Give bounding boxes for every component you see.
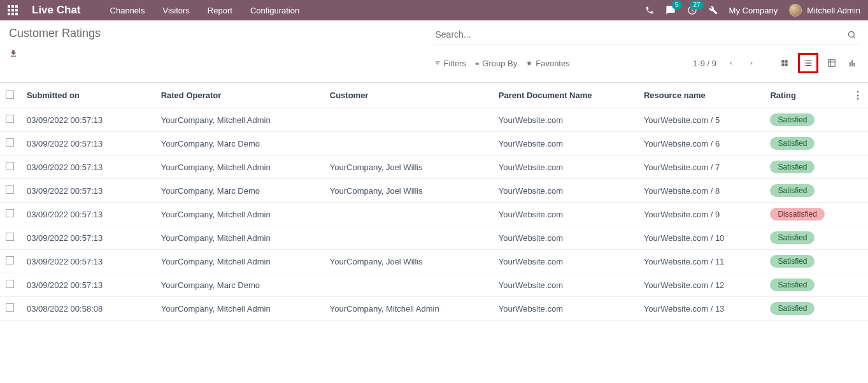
select-all-checkbox[interactable]	[6, 90, 14, 99]
cell-submitted: 03/09/2022 00:57:13	[20, 132, 156, 155]
cell-parent: YourWebsite.com	[494, 273, 639, 297]
col-resource[interactable]: Resource name	[639, 83, 765, 108]
cell-operator: YourCompany, Marc Demo	[156, 179, 325, 203]
kanban-view-icon[interactable]	[778, 56, 792, 70]
table-row[interactable]: 03/09/2022 00:57:13YourCompany, Mitchell…	[0, 203, 868, 226]
cell-resource: YourWebsite.com / 6	[639, 132, 765, 155]
row-checkbox[interactable]	[6, 256, 14, 264]
cell-submitted: 03/09/2022 00:57:13	[20, 179, 156, 203]
cell-resource: YourWebsite.com / 7	[639, 155, 765, 179]
rating-pill: Satisfied	[770, 161, 815, 173]
table-row[interactable]: 03/09/2022 00:57:13YourCompany, Marc Dem…	[0, 132, 868, 155]
user-menu[interactable]: Mitchell Admin	[789, 4, 860, 17]
row-checkbox[interactable]	[6, 115, 14, 123]
cell-customer: YourCompany, Joel Willis	[325, 155, 494, 179]
col-submitted[interactable]: Submitted on	[20, 83, 156, 108]
row-checkbox[interactable]	[6, 209, 14, 217]
cell-operator: YourCompany, Marc Demo	[156, 132, 325, 155]
phone-icon[interactable]	[645, 6, 654, 15]
rating-pill: Satisfied	[770, 231, 815, 244]
search-icon[interactable]	[844, 27, 859, 42]
rating-pill: Satisfied	[770, 255, 815, 268]
company-name[interactable]: My Company	[729, 6, 778, 15]
cell-operator: YourCompany, Mitchell Admin	[156, 108, 325, 132]
main-navbar: Live Chat Channels Visitors Report Confi…	[0, 0, 868, 20]
row-checkbox[interactable]	[6, 280, 14, 288]
cell-parent: YourWebsite.com	[494, 132, 639, 155]
table-row[interactable]: 03/09/2022 00:57:13YourCompany, Mitchell…	[0, 108, 868, 132]
app-brand[interactable]: Live Chat	[32, 4, 81, 17]
list-view-icon[interactable]	[801, 56, 815, 70]
cell-submitted: 03/09/2022 00:57:13	[20, 273, 156, 297]
cell-resource: YourWebsite.com / 10	[639, 226, 765, 250]
column-options-icon[interactable]: ⋮	[853, 90, 863, 101]
groupby-button[interactable]: ≡ Group By	[475, 59, 517, 68]
table-row[interactable]: 03/09/2022 00:57:13YourCompany, Mitchell…	[0, 226, 868, 250]
table-row[interactable]: 03/09/2022 00:57:13YourCompany, Mitchell…	[0, 155, 868, 179]
col-rating[interactable]: Rating	[765, 83, 848, 108]
filters-button[interactable]: Filters	[434, 59, 466, 68]
cell-submitted: 03/09/2022 00:57:13	[20, 155, 156, 179]
export-icon[interactable]	[9, 49, 18, 58]
cell-resource: YourWebsite.com / 5	[639, 108, 765, 132]
view-switcher	[778, 53, 859, 73]
table-row[interactable]: 03/08/2022 00:58:08YourCompany, Mitchell…	[0, 297, 868, 321]
page-title: Customer Ratings	[9, 27, 434, 40]
table-row[interactable]: 03/09/2022 00:57:13YourCompany, Marc Dem…	[0, 179, 868, 203]
svg-rect-2	[829, 60, 836, 67]
nav-channels[interactable]: Channels	[110, 6, 145, 15]
table-row[interactable]: 03/09/2022 00:57:13YourCompany, Marc Dem…	[0, 273, 868, 297]
cell-resource: YourWebsite.com / 11	[639, 250, 765, 273]
cell-customer	[325, 226, 494, 250]
user-name: Mitchell Admin	[807, 6, 860, 15]
row-checkbox[interactable]	[6, 162, 14, 170]
nav-configuration[interactable]: Configuration	[250, 6, 299, 15]
messages-icon[interactable]: 5	[665, 5, 676, 15]
pager-range[interactable]: 1-9 / 9	[693, 59, 716, 68]
cell-customer: YourCompany, Joel Willis	[325, 250, 494, 273]
rating-pill: Satisfied	[770, 137, 815, 150]
search-bar	[434, 27, 860, 45]
col-customer[interactable]: Customer	[325, 83, 494, 108]
cell-submitted: 03/08/2022 00:58:08	[20, 297, 156, 321]
cell-submitted: 03/09/2022 00:57:13	[20, 226, 156, 250]
cell-operator: YourCompany, Mitchell Admin	[156, 297, 325, 321]
cell-parent: YourWebsite.com	[494, 203, 639, 226]
rating-pill: Satisfied	[770, 302, 815, 315]
cell-operator: YourCompany, Mitchell Admin	[156, 155, 325, 179]
nav-report[interactable]: Report	[208, 6, 232, 15]
graph-view-icon[interactable]	[845, 56, 859, 70]
row-checkbox[interactable]	[6, 185, 14, 194]
cell-parent: YourWebsite.com	[494, 108, 639, 132]
col-operator[interactable]: Rated Operator	[156, 83, 325, 108]
messages-badge: 5	[672, 1, 682, 10]
filters-label: Filters	[444, 59, 466, 68]
row-checkbox[interactable]	[6, 233, 14, 241]
nav-visitors[interactable]: Visitors	[162, 6, 189, 15]
activity-icon[interactable]: 27	[687, 5, 697, 15]
cell-submitted: 03/09/2022 00:57:13	[20, 108, 156, 132]
cell-parent: YourWebsite.com	[494, 155, 639, 179]
col-parent[interactable]: Parent Document Name	[494, 83, 639, 108]
cell-resource: YourWebsite.com / 8	[639, 179, 765, 203]
favorites-label: Favorites	[536, 59, 569, 68]
row-checkbox[interactable]	[6, 138, 14, 147]
search-input[interactable]	[434, 27, 845, 42]
favorites-button[interactable]: ★ Favorites	[526, 59, 569, 68]
cell-operator: YourCompany, Mitchell Admin	[156, 203, 325, 226]
ratings-table: Submitted on Rated Operator Customer Par…	[0, 82, 868, 321]
pager-next[interactable]	[746, 59, 757, 67]
cell-customer	[325, 132, 494, 155]
cell-operator: YourCompany, Marc Demo	[156, 273, 325, 297]
table-row[interactable]: 03/09/2022 00:57:13YourCompany, Mitchell…	[0, 250, 868, 273]
rating-pill: Satisfied	[770, 184, 815, 197]
debug-icon[interactable]	[709, 6, 718, 15]
apps-icon[interactable]	[8, 5, 18, 15]
cell-parent: YourWebsite.com	[494, 179, 639, 203]
row-checkbox[interactable]	[6, 303, 14, 312]
cell-parent: YourWebsite.com	[494, 250, 639, 273]
cell-operator: YourCompany, Mitchell Admin	[156, 226, 325, 250]
pivot-view-icon[interactable]	[825, 56, 839, 70]
cell-parent: YourWebsite.com	[494, 226, 639, 250]
pager-prev[interactable]	[725, 59, 737, 67]
